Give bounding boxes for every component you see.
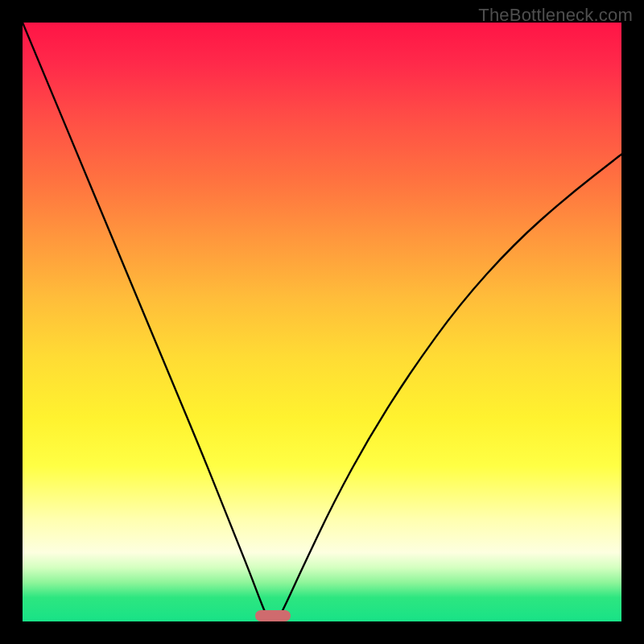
minimum-marker [255, 610, 291, 621]
curve-layer [23, 23, 621, 621]
right-curve [277, 155, 621, 621]
left-curve [23, 23, 270, 621]
plot-area [23, 23, 621, 621]
outer-frame: TheBottleneck.com [0, 0, 644, 644]
